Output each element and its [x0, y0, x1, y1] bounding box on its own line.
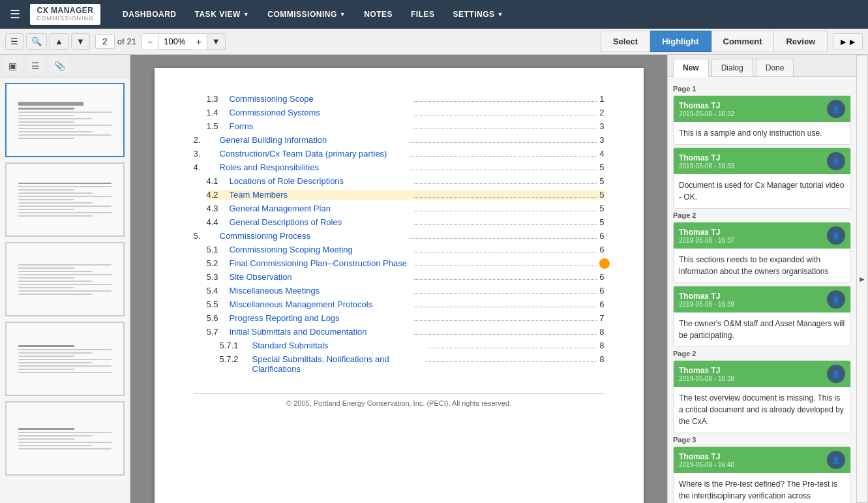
toc-row[interactable]: 2.General Building Information3 — [194, 135, 605, 145]
comment-card[interactable]: Thomas TJ2019-05-08 - 16:38👤The test ove… — [673, 360, 851, 433]
toc-row[interactable]: 1.3Commissioning Scope1 — [207, 94, 605, 104]
nav-commissioning[interactable]: COMMISSIONING▼ — [258, 0, 355, 29]
comment-card[interactable]: Thomas TJ2019-05-08 - 16:40👤Where is the… — [673, 446, 851, 503]
sidebar-icon-bar: ▣ ☰ 📎 — [0, 55, 130, 78]
grid-view-btn[interactable]: ▣ — [4, 57, 22, 74]
page-section-label: Page 1 — [673, 85, 851, 93]
toc-page-num: 8 — [599, 327, 604, 337]
toc-row[interactable]: 5.7.1Standard Submittals8 — [220, 341, 605, 350]
nav-settings[interactable]: SETTINGS▼ — [444, 0, 513, 29]
toc-section-num: 5.7 — [207, 327, 230, 337]
toc-page-num: 7 — [599, 313, 604, 323]
page-up-btn[interactable]: ▲ — [50, 33, 68, 50]
toc-dots — [414, 279, 597, 280]
toc-row[interactable]: 5.Commissioning Process6 — [194, 231, 605, 241]
toc-row[interactable]: 5.5Miscellaneous Management Protocols6 — [207, 299, 605, 309]
toc-section-num: 5.1 — [207, 245, 230, 254]
toc-section-num: 4.4 — [207, 217, 230, 227]
toc-page-num: 3 — [599, 121, 604, 131]
zoom-in-btn[interactable]: + — [191, 33, 207, 50]
comment-body: The test overview document is missing. T… — [674, 387, 850, 433]
expand-right-btn[interactable]: ►► — [833, 33, 863, 50]
toc-row[interactable]: 4.Roles and Responsibilities5 — [194, 162, 605, 172]
list-view-btn[interactable]: ☰ — [27, 57, 44, 74]
comment-author: Thomas TJ — [679, 101, 734, 110]
attachment-btn[interactable]: 📎 — [50, 57, 70, 74]
thumbnail-page-3[interactable] — [5, 242, 125, 316]
toc-section-num: 5.6 — [207, 313, 230, 323]
toc-title: General Descriptions of Roles — [230, 217, 412, 227]
toc-page-num: 5 — [599, 217, 604, 227]
toc-section-num: 5.2 — [207, 258, 230, 268]
toc-row[interactable]: 4.4General Descriptions of Roles5 — [207, 217, 605, 227]
avatar: 👤 — [827, 226, 845, 245]
search-btn[interactable]: 🔍 — [26, 33, 47, 50]
toc-row[interactable]: 1.5Forms3 — [207, 121, 605, 131]
toc-section-num: 5.7.1 — [220, 341, 252, 350]
toc-row[interactable]: 5.1Commissioning Scoping Meeting6 — [207, 245, 605, 254]
nav-task-view[interactable]: TASK VIEW▼ — [186, 0, 259, 29]
comment-body: Document is used for Cx Manager tutorial… — [674, 174, 850, 208]
comment-header: Thomas TJ2019-05-08 - 16:38👤 — [674, 361, 850, 387]
right-panel-tabs: New Dialog Done — [668, 55, 856, 77]
expand-panel-btn[interactable]: ► — [856, 55, 868, 503]
toc-section-num: 4.3 — [207, 204, 230, 213]
highlight-btn[interactable]: Highlight — [650, 31, 711, 52]
zoom-dropdown-btn[interactable]: ▼ — [207, 33, 226, 50]
toc-row[interactable]: 5.3Site Observation6 — [207, 272, 605, 282]
toc-dots — [414, 252, 597, 252]
logo-sub: COMMISSIONING — [37, 16, 94, 22]
select-btn[interactable]: Select — [601, 31, 650, 52]
nav-dashboard[interactable]: DASHBOARD — [113, 0, 186, 29]
toc-title: Team Members — [230, 190, 412, 200]
copyright-text: © 2005, Portland Energy Conservation, In… — [194, 393, 605, 407]
zoom-control: − 100% + ▼ — [142, 33, 226, 50]
tab-new[interactable]: New — [673, 59, 709, 77]
toc-dots — [414, 293, 597, 294]
nav-files[interactable]: FILES — [402, 0, 444, 29]
toc-section-num: 1.5 — [207, 121, 230, 131]
review-btn[interactable]: Review — [774, 31, 828, 52]
toc-row[interactable]: 5.4Miscellaneous Meetings6 — [207, 286, 605, 296]
sidebar-toggle-btn[interactable]: ☰ — [5, 33, 23, 50]
comment-date: 2019-05-08 - 16:38 — [679, 375, 734, 382]
comment-card[interactable]: Thomas TJ2019-05-08 - 16:32👤This is a sa… — [673, 95, 851, 145]
comment-card[interactable]: Thomas TJ2019-05-08 - 16:33👤Document is … — [673, 147, 851, 209]
toc-row[interactable]: 5.7.2Special Submittals, Notifications a… — [220, 354, 605, 374]
toc-title: Miscellaneous Management Protocols — [230, 299, 412, 309]
thumbnail-page-5[interactable] — [5, 401, 125, 476]
toc-row[interactable]: 4.2Team Members5 — [207, 190, 605, 200]
toc-title: Commissioned Systems — [230, 108, 412, 117]
toc-row[interactable]: 5.2Final Commissioning Plan--Constructio… — [207, 258, 605, 268]
toc-dots — [410, 156, 597, 157]
thumbnail-page-4[interactable] — [5, 322, 125, 396]
toc-row[interactable]: 1.4Commissioned Systems2 — [207, 108, 605, 117]
toc-section-num: 1.3 — [207, 94, 230, 104]
toc-title: Site Observation — [230, 272, 412, 282]
comment-card[interactable]: Thomas TJ2019-05-08 - 16:39👤The owner's … — [673, 286, 851, 347]
toc-section-num: 4.2 — [207, 190, 230, 200]
comment-date: 2019-05-08 - 16:32 — [679, 110, 734, 117]
toc-title: Miscellaneous Meetings — [230, 286, 412, 296]
page-down-btn[interactable]: ▼ — [71, 33, 90, 50]
tab-dialog[interactable]: Dialog — [711, 59, 753, 76]
comment-card[interactable]: Thomas TJ2019-05-08 - 16:37👤This section… — [673, 222, 851, 283]
hamburger-menu[interactable]: ☰ — [7, 4, 23, 25]
comment-date: 2019-05-08 - 16:33 — [679, 162, 734, 170]
zoom-out-btn[interactable]: − — [142, 33, 158, 50]
thumbnail-img-3 — [7, 243, 123, 315]
nav-notes[interactable]: NOTES — [355, 0, 402, 29]
toc-row[interactable]: 5.7Initial Submittals and Documentation8 — [207, 327, 605, 337]
thumbnail-page-2[interactable] — [5, 162, 125, 237]
toc-row[interactable]: 5.6Progress Reporting and Logs7 — [207, 313, 605, 323]
thumbnail-page-1[interactable] — [5, 83, 125, 157]
comment-btn[interactable]: Comment — [711, 31, 775, 52]
toc-page-num: 8 — [599, 354, 604, 364]
toc-row[interactable]: 4.3General Management Plan5 — [207, 204, 605, 213]
tab-done[interactable]: Done — [756, 59, 794, 76]
thumbnail-list — [0, 78, 130, 503]
toc-row[interactable]: 3.Construction/Cx Team Data (primary par… — [194, 149, 605, 159]
page-current[interactable]: 2 — [95, 34, 115, 49]
toc-row[interactable]: 4.1Locations of Role Descriptions5 — [207, 176, 605, 186]
toc-section-num: 5. — [194, 231, 220, 241]
